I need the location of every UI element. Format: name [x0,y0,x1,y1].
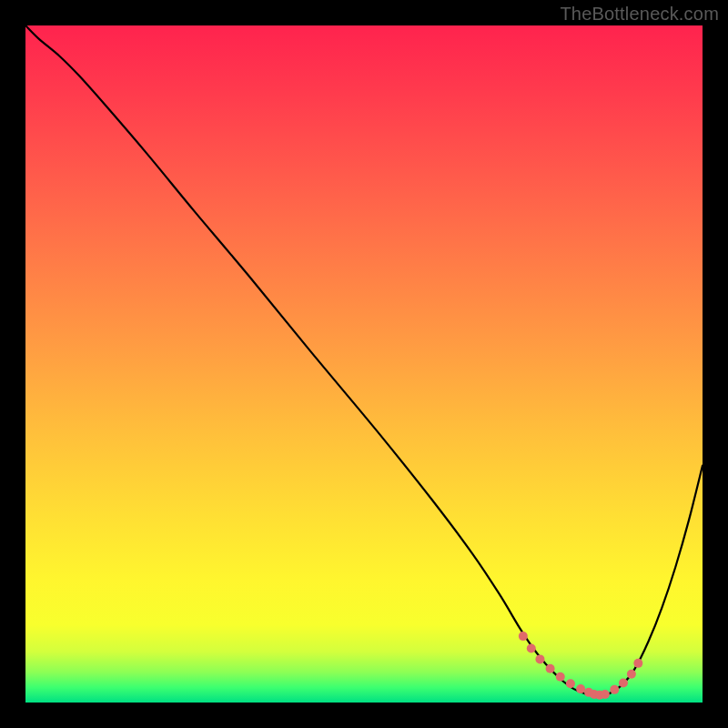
gradient-background [25,25,703,703]
chart-svg [25,25,703,703]
chart-frame: TheBottleneck.com [0,0,728,728]
optimal-dot [627,670,636,679]
optimal-dot [546,664,555,673]
optimal-dot [576,684,585,693]
optimal-dot [535,654,544,663]
optimal-dot [527,643,536,652]
optimal-dot [566,679,575,688]
optimal-dot [519,632,528,641]
optimal-dot [556,672,565,682]
optimal-dot [633,659,642,668]
watermark-text: TheBottleneck.com [560,4,719,25]
bottleneck-chart [25,25,703,703]
optimal-dot [610,685,619,694]
optimal-dot [619,678,628,687]
optimal-dot [601,690,610,699]
